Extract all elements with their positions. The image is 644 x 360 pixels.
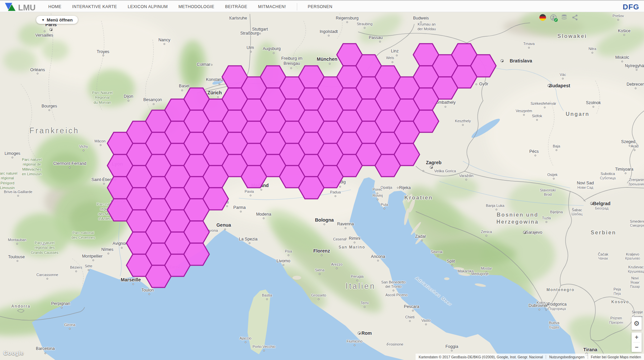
- user-login-icon[interactable]: ✓: [550, 14, 557, 21]
- report-error-link[interactable]: Fehler bei Google Maps melden: [588, 355, 644, 359]
- map-toolbar-icons: ✓: [539, 14, 578, 21]
- nav-separator: [297, 3, 297, 10]
- nav-item-home[interactable]: HOME: [48, 4, 61, 9]
- nav-menu: HOMEINTERAKTIVE KARTELEXICON ALPINUMMETH…: [48, 1, 332, 13]
- login-check-badge: ✓: [554, 18, 558, 22]
- nav-item-personen[interactable]: PERSONEN: [308, 4, 332, 9]
- nav-item-interaktive-karte[interactable]: INTERAKTIVE KARTE: [72, 4, 117, 9]
- open-menu-button[interactable]: ▼ Menü öffnen: [36, 16, 78, 24]
- zoom-out-button[interactable]: −: [632, 343, 642, 352]
- dfg-logo[interactable]: DFG: [623, 3, 639, 11]
- open-menu-label: Menü öffnen: [47, 17, 72, 22]
- gear-icon: ⚙: [634, 319, 640, 327]
- database-icon[interactable]: [561, 14, 568, 21]
- verbaalpina-map-page: FrankreichItalienSlowakeiUngarnKroatienB…: [0, 0, 644, 360]
- attribution-data: Kartendaten © 2017 GeoBasis-DE/BKG (©200…: [416, 355, 546, 359]
- nav-item-lexicon-alpinum[interactable]: LEXICON ALPINUM: [128, 4, 168, 9]
- nav-item-mitmachen-[interactable]: MITMACHEN!: [258, 4, 286, 9]
- verbaalpina-logo-icon[interactable]: [4, 2, 16, 12]
- map-settings-button[interactable]: ⚙: [632, 317, 642, 330]
- top-navbar: LMU HOMEINTERAKTIVE KARTELEXICON ALPINUM…: [0, 0, 644, 12]
- nav-item-beitr-ge[interactable]: BEITRÄGE: [225, 4, 247, 9]
- terms-link[interactable]: Nutzungsbedingungen: [546, 355, 587, 359]
- hex-grid-overlay: [0, 0, 644, 360]
- zoom-in-button[interactable]: +: [632, 332, 642, 342]
- google-logo[interactable]: Google: [3, 350, 24, 357]
- german-flag-icon[interactable]: [539, 14, 546, 21]
- lmu-logo[interactable]: LMU: [18, 3, 36, 13]
- zoom-control: + −: [632, 332, 642, 352]
- nav-item-methodologie[interactable]: METHODOLOGIE: [178, 4, 214, 9]
- map-attribution-bar: Kartendaten © 2017 GeoBasis-DE/BKG (©200…: [416, 354, 644, 360]
- chevron-down-icon: ▼: [41, 18, 45, 22]
- share-icon[interactable]: [572, 14, 578, 21]
